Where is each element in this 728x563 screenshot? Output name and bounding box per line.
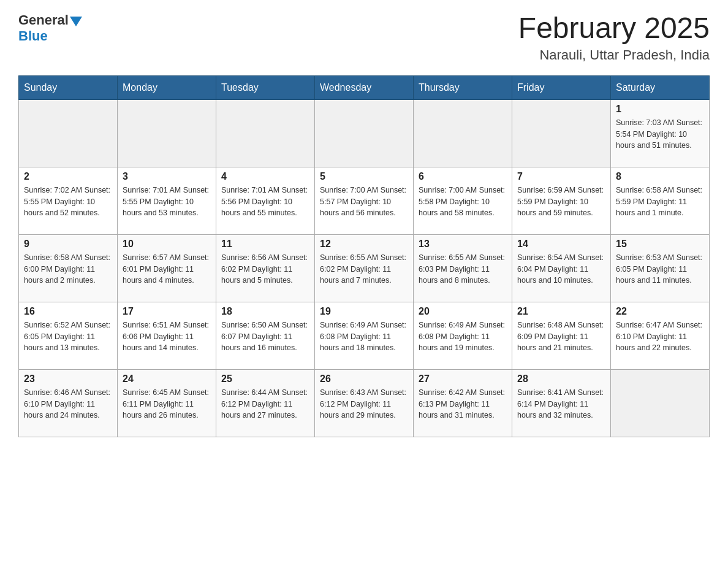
logo: General Blue [18, 12, 82, 44]
day-info: Sunrise: 6:55 AM Sunset: 6:02 PM Dayligh… [320, 252, 408, 286]
day-info: Sunrise: 7:01 AM Sunset: 5:55 PM Dayligh… [123, 185, 211, 219]
day-info: Sunrise: 6:41 AM Sunset: 6:14 PM Dayligh… [517, 387, 605, 421]
calendar-day-cell: 27Sunrise: 6:42 AM Sunset: 6:13 PM Dayli… [414, 369, 512, 437]
day-number: 6 [419, 171, 507, 182]
day-number: 22 [616, 306, 704, 317]
day-info: Sunrise: 6:48 AM Sunset: 6:09 PM Dayligh… [517, 320, 605, 354]
calendar-day-cell [19, 99, 118, 167]
logo-general-text: General [18, 12, 69, 28]
day-info: Sunrise: 7:01 AM Sunset: 5:56 PM Dayligh… [221, 185, 309, 219]
title-block: February 2025 Narauli, Uttar Pradesh, In… [518, 12, 710, 63]
day-info: Sunrise: 6:47 AM Sunset: 6:10 PM Dayligh… [616, 320, 704, 354]
calendar-day-cell: 11Sunrise: 6:56 AM Sunset: 6:02 PM Dayli… [216, 234, 315, 302]
calendar-day-cell: 13Sunrise: 6:55 AM Sunset: 6:03 PM Dayli… [414, 234, 512, 302]
calendar-day-cell: 9Sunrise: 6:58 AM Sunset: 6:00 PM Daylig… [19, 234, 118, 302]
calendar-day-cell: 7Sunrise: 6:59 AM Sunset: 5:59 PM Daylig… [512, 167, 611, 234]
day-number: 8 [616, 171, 704, 182]
calendar-day-cell: 8Sunrise: 6:58 AM Sunset: 5:59 PM Daylig… [611, 167, 710, 234]
day-number: 9 [24, 239, 112, 250]
calendar-header-row: SundayMondayTuesdayWednesdayThursdayFrid… [19, 75, 710, 99]
calendar-day-cell [414, 99, 512, 167]
calendar-day-cell: 2Sunrise: 7:02 AM Sunset: 5:55 PM Daylig… [19, 167, 118, 234]
day-number: 19 [320, 306, 408, 317]
day-info: Sunrise: 6:52 AM Sunset: 6:05 PM Dayligh… [24, 320, 112, 354]
day-info: Sunrise: 6:53 AM Sunset: 6:05 PM Dayligh… [616, 252, 704, 286]
day-info: Sunrise: 6:59 AM Sunset: 5:59 PM Dayligh… [517, 185, 605, 219]
calendar-day-cell [118, 99, 216, 167]
calendar-day-cell: 3Sunrise: 7:01 AM Sunset: 5:55 PM Daylig… [118, 167, 216, 234]
day-info: Sunrise: 7:00 AM Sunset: 5:58 PM Dayligh… [419, 185, 507, 219]
day-info: Sunrise: 6:45 AM Sunset: 6:11 PM Dayligh… [123, 387, 211, 421]
day-number: 4 [221, 171, 309, 182]
calendar-day-cell: 25Sunrise: 6:44 AM Sunset: 6:12 PM Dayli… [216, 369, 315, 437]
day-number: 20 [419, 306, 507, 317]
calendar-day-cell: 17Sunrise: 6:51 AM Sunset: 6:06 PM Dayli… [118, 302, 216, 369]
day-info: Sunrise: 7:02 AM Sunset: 5:55 PM Dayligh… [24, 185, 112, 219]
day-number: 14 [517, 239, 605, 250]
calendar-day-cell: 22Sunrise: 6:47 AM Sunset: 6:10 PM Dayli… [611, 302, 710, 369]
day-info: Sunrise: 6:44 AM Sunset: 6:12 PM Dayligh… [221, 387, 309, 421]
day-number: 17 [123, 306, 211, 317]
day-number: 10 [123, 239, 211, 250]
calendar-day-cell: 20Sunrise: 6:49 AM Sunset: 6:08 PM Dayli… [414, 302, 512, 369]
day-info: Sunrise: 6:49 AM Sunset: 6:08 PM Dayligh… [419, 320, 507, 354]
day-number: 23 [24, 373, 112, 385]
day-info: Sunrise: 6:58 AM Sunset: 6:00 PM Dayligh… [24, 252, 112, 286]
day-info: Sunrise: 6:42 AM Sunset: 6:13 PM Dayligh… [419, 387, 507, 421]
calendar-day-cell: 28Sunrise: 6:41 AM Sunset: 6:14 PM Dayli… [512, 369, 611, 437]
calendar-day-cell: 18Sunrise: 6:50 AM Sunset: 6:07 PM Dayli… [216, 302, 315, 369]
calendar-day-cell: 23Sunrise: 6:46 AM Sunset: 6:10 PM Dayli… [19, 369, 118, 437]
day-info: Sunrise: 7:00 AM Sunset: 5:57 PM Dayligh… [320, 185, 408, 219]
day-number: 12 [320, 239, 408, 250]
calendar-table: SundayMondayTuesdayWednesdayThursdayFrid… [18, 75, 710, 437]
calendar-week-row: 1Sunrise: 7:03 AM Sunset: 5:54 PM Daylig… [19, 99, 710, 167]
calendar-week-row: 23Sunrise: 6:46 AM Sunset: 6:10 PM Dayli… [19, 369, 710, 437]
day-number: 18 [221, 306, 309, 317]
day-number: 5 [320, 171, 408, 182]
day-of-week-header: Saturday [611, 75, 710, 99]
calendar-day-cell: 14Sunrise: 6:54 AM Sunset: 6:04 PM Dayli… [512, 234, 611, 302]
day-number: 21 [517, 306, 605, 317]
calendar-week-row: 16Sunrise: 6:52 AM Sunset: 6:05 PM Dayli… [19, 302, 710, 369]
day-number: 11 [221, 239, 309, 250]
page-header: General Blue February 2025 Narauli, Utta… [18, 12, 710, 63]
day-info: Sunrise: 6:51 AM Sunset: 6:06 PM Dayligh… [123, 320, 211, 354]
day-number: 3 [123, 171, 211, 182]
day-number: 13 [419, 239, 507, 250]
calendar-day-cell: 5Sunrise: 7:00 AM Sunset: 5:57 PM Daylig… [315, 167, 414, 234]
calendar-day-cell: 24Sunrise: 6:45 AM Sunset: 6:11 PM Dayli… [118, 369, 216, 437]
day-info: Sunrise: 6:57 AM Sunset: 6:01 PM Dayligh… [123, 252, 211, 286]
day-of-week-header: Sunday [19, 75, 118, 99]
day-number: 25 [221, 373, 309, 385]
logo-triangle-icon [70, 17, 82, 26]
calendar-day-cell: 12Sunrise: 6:55 AM Sunset: 6:02 PM Dayli… [315, 234, 414, 302]
calendar-day-cell: 1Sunrise: 7:03 AM Sunset: 5:54 PM Daylig… [611, 99, 710, 167]
day-info: Sunrise: 6:56 AM Sunset: 6:02 PM Dayligh… [221, 252, 309, 286]
calendar-week-row: 2Sunrise: 7:02 AM Sunset: 5:55 PM Daylig… [19, 167, 710, 234]
day-info: Sunrise: 6:46 AM Sunset: 6:10 PM Dayligh… [24, 387, 112, 421]
day-number: 7 [517, 171, 605, 182]
calendar-week-row: 9Sunrise: 6:58 AM Sunset: 6:00 PM Daylig… [19, 234, 710, 302]
day-number: 24 [123, 373, 211, 385]
day-info: Sunrise: 6:54 AM Sunset: 6:04 PM Dayligh… [517, 252, 605, 286]
day-of-week-header: Tuesday [216, 75, 315, 99]
calendar-day-cell: 16Sunrise: 6:52 AM Sunset: 6:05 PM Dayli… [19, 302, 118, 369]
day-number: 1 [616, 104, 704, 115]
calendar-day-cell: 15Sunrise: 6:53 AM Sunset: 6:05 PM Dayli… [611, 234, 710, 302]
day-number: 26 [320, 373, 408, 385]
calendar-day-cell [611, 369, 710, 437]
calendar-day-cell [315, 99, 414, 167]
day-info: Sunrise: 6:43 AM Sunset: 6:12 PM Dayligh… [320, 387, 408, 421]
calendar-day-cell: 21Sunrise: 6:48 AM Sunset: 6:09 PM Dayli… [512, 302, 611, 369]
calendar-day-cell: 10Sunrise: 6:57 AM Sunset: 6:01 PM Dayli… [118, 234, 216, 302]
day-number: 15 [616, 239, 704, 250]
location-title: Narauli, Uttar Pradesh, India [518, 47, 710, 63]
day-info: Sunrise: 6:50 AM Sunset: 6:07 PM Dayligh… [221, 320, 309, 354]
logo-blue-text: Blue [18, 28, 48, 44]
day-info: Sunrise: 6:49 AM Sunset: 6:08 PM Dayligh… [320, 320, 408, 354]
day-info: Sunrise: 7:03 AM Sunset: 5:54 PM Dayligh… [616, 117, 704, 151]
calendar-day-cell: 4Sunrise: 7:01 AM Sunset: 5:56 PM Daylig… [216, 167, 315, 234]
day-info: Sunrise: 6:55 AM Sunset: 6:03 PM Dayligh… [419, 252, 507, 286]
calendar-day-cell: 19Sunrise: 6:49 AM Sunset: 6:08 PM Dayli… [315, 302, 414, 369]
day-number: 27 [419, 373, 507, 385]
